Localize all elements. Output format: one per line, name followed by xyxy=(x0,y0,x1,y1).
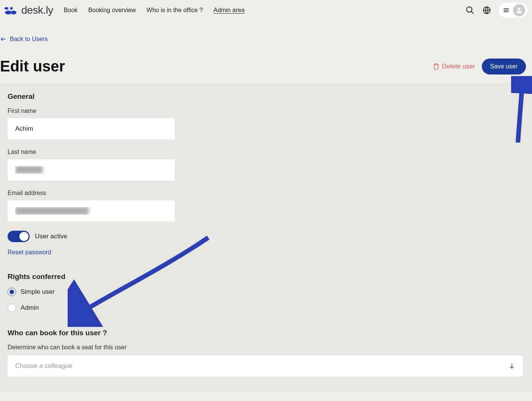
nav-admin-area[interactable]: Admin area xyxy=(214,7,245,14)
page-head: Edit user Delete user Save user xyxy=(0,50,532,84)
form-area: General First name Last name Email addre… xyxy=(0,84,532,392)
trash-icon xyxy=(433,63,440,70)
avatar xyxy=(513,4,525,16)
radio-admin-label: Admin xyxy=(21,304,39,312)
book-for-helper: Determine who can book a seat for this u… xyxy=(8,344,524,351)
svg-rect-0 xyxy=(5,7,8,10)
last-name-input[interactable] xyxy=(8,159,175,181)
colleague-select-placeholder: Choose a colleague xyxy=(15,362,72,370)
logo-mark-icon xyxy=(5,6,18,15)
save-user-button[interactable]: Save user xyxy=(482,59,526,74)
primary-nav: Book Booking overview Who is in the offi… xyxy=(64,7,245,14)
radio-simple-user[interactable] xyxy=(8,288,16,296)
svg-point-10 xyxy=(518,8,521,10)
section-book-for-title: Who can book for this user ? xyxy=(8,329,524,337)
last-name-label: Last name xyxy=(8,149,524,155)
svg-point-3 xyxy=(11,11,16,14)
brand-name: desk.ly xyxy=(21,4,53,16)
section-rights-title: Rights conferred xyxy=(8,273,524,281)
back-to-users-link[interactable]: Back to Users xyxy=(0,21,532,50)
field-last-name: Last name xyxy=(8,149,524,181)
first-name-label: First name xyxy=(8,108,524,114)
user-active-label: User active xyxy=(35,233,67,240)
user-active-toggle[interactable] xyxy=(8,231,30,242)
radio-simple-user-row: Simple user xyxy=(8,288,524,296)
user-active-row: User active xyxy=(8,231,524,242)
delete-user-label: Delete user xyxy=(442,63,475,70)
nav-book[interactable]: Book xyxy=(64,7,78,14)
svg-point-4 xyxy=(467,7,472,12)
top-header: desk.ly Book Booking overview Who is in … xyxy=(0,0,532,21)
back-link-label: Back to Users xyxy=(10,36,48,43)
svg-point-1 xyxy=(10,7,13,10)
arrow-down-icon xyxy=(508,363,515,369)
nav-booking-overview[interactable]: Booking overview xyxy=(88,7,136,14)
svg-line-5 xyxy=(471,11,473,14)
page-actions: Delete user Save user xyxy=(433,59,532,74)
page-title: Edit user xyxy=(0,58,65,75)
delete-user-button[interactable]: Delete user xyxy=(433,63,475,70)
radio-simple-user-label: Simple user xyxy=(21,288,55,296)
section-general-title: General xyxy=(8,92,524,101)
email-label: Email address xyxy=(8,190,524,197)
section-book-for: Who can book for this user ? Determine w… xyxy=(8,329,524,377)
search-icon[interactable] xyxy=(465,5,475,15)
section-rights: Rights conferred Simple user Admin xyxy=(8,273,524,312)
section-general: General First name Last name Email addre… xyxy=(8,92,524,256)
radio-admin[interactable] xyxy=(8,304,16,312)
first-name-input[interactable] xyxy=(8,118,175,139)
radio-admin-row: Admin xyxy=(8,304,524,312)
header-right-cluster xyxy=(465,3,527,18)
colleague-select[interactable]: Choose a colleague xyxy=(8,355,523,377)
field-first-name: First name xyxy=(8,108,524,139)
brand-logo[interactable]: desk.ly xyxy=(5,4,53,16)
field-email: Email address xyxy=(8,190,524,222)
email-input[interactable] xyxy=(8,200,175,222)
nav-who-office[interactable]: Who is in the office ? xyxy=(147,7,203,14)
profile-menu[interactable] xyxy=(499,3,527,18)
globe-icon[interactable] xyxy=(482,5,492,15)
arrow-left-icon xyxy=(0,36,7,43)
svg-point-2 xyxy=(5,11,12,14)
menu-icon xyxy=(502,6,510,14)
reset-password-link[interactable]: Reset password xyxy=(8,249,51,255)
